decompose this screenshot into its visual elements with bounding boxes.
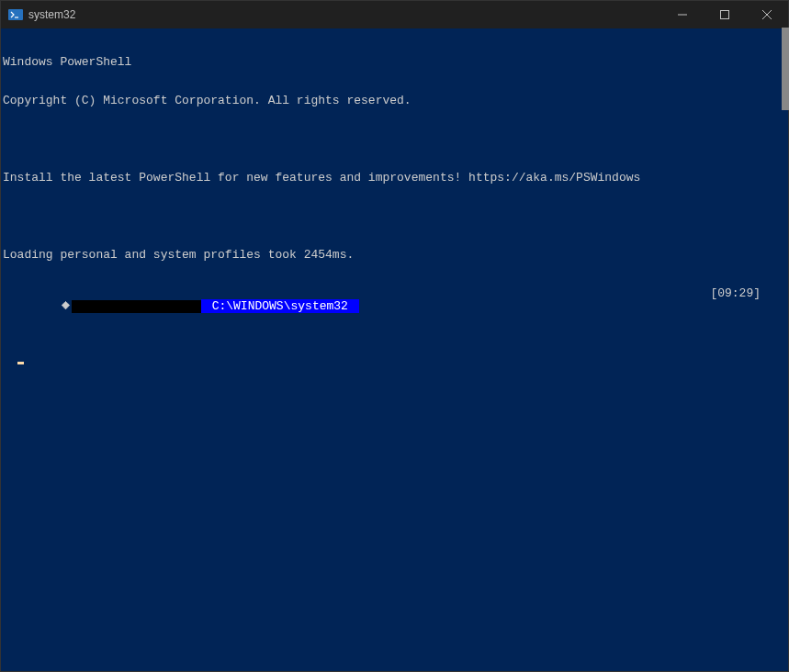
output-line: Loading personal and system profiles too… [3, 249, 786, 262]
close-button[interactable] [746, 1, 788, 28]
prompt-time: [09:29] [710, 287, 786, 326]
maximize-button[interactable] [704, 1, 746, 28]
output-line [3, 210, 786, 223]
output-line [3, 133, 786, 146]
titlebar[interactable]: system32 [1, 1, 788, 28]
prompt-path-segment: C:\WINDOWS\system32 [201, 299, 359, 313]
terminal-output[interactable]: Windows PowerShell Copyright (C) Microso… [1, 28, 788, 671]
input-line[interactable] [3, 352, 786, 364]
prompt-user-segment [72, 300, 200, 313]
window-controls [661, 1, 788, 28]
window-title: system32 [28, 8, 661, 21]
svg-rect-0 [8, 9, 23, 20]
prompt-symbol: ⯁ [60, 299, 72, 313]
powershell-window: system32 Windows PowerShell Copyright (C… [0, 0, 789, 672]
powershell-icon [8, 7, 23, 22]
output-line: Copyright (C) Microsoft Corporation. All… [3, 95, 786, 107]
svg-rect-3 [721, 11, 729, 19]
cursor-icon [17, 362, 24, 364]
output-line: Windows PowerShell [3, 56, 786, 69]
output-line: Install the latest PowerShell for new fe… [3, 172, 786, 185]
prompt-line: ⯁ C:\WINDOWS\system32 [09:29] [3, 287, 786, 326]
minimize-button[interactable] [661, 1, 704, 28]
scrollbar[interactable] [782, 28, 789, 110]
